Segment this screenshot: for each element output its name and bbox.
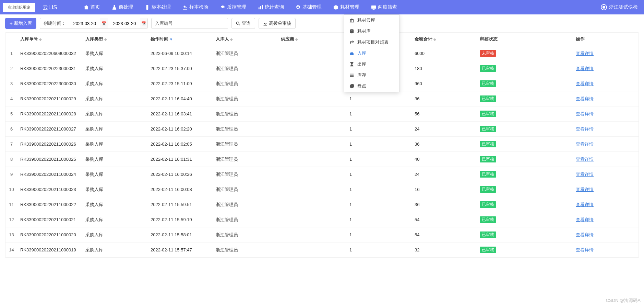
view-detail-link[interactable]: 查看详情 (576, 96, 594, 101)
main-menu: 首页前处理标本处理样本检验质控管理统计查询基础管理耗材管理两癌筛查 (78, 0, 597, 14)
view-detail-link[interactable]: 查看详情 (576, 157, 594, 162)
table-row: 4RK33900020220211000029采购入库2022-02-11 16… (5, 91, 639, 106)
cell-time: 2022-02-11 16:02:05 (148, 137, 213, 152)
pie-icon (349, 84, 354, 89)
row-index: 10 (5, 182, 17, 197)
cell-supplier (278, 242, 347, 258)
cell-time: 2022-02-11 16:04:40 (148, 91, 213, 106)
cell-qty: 1 (347, 227, 412, 242)
view-detail-link[interactable]: 查看详情 (576, 111, 594, 116)
dropdown-item-bank[interactable]: 耗材云库 (344, 15, 399, 26)
view-detail-link[interactable]: 查看详情 (576, 81, 594, 86)
calendar-icon[interactable]: 📅 (140, 18, 147, 29)
avatar-icon (601, 4, 607, 10)
cell-action: 查看详情 (573, 152, 639, 167)
dropdown-label: 出库 (357, 61, 366, 67)
cell-supplier (278, 137, 347, 152)
dropdown-item-car[interactable]: 入库 (344, 48, 399, 59)
cell-status: 已审核 (477, 122, 573, 137)
dropdown-item-pie[interactable]: 盘点 (344, 81, 399, 92)
cell-no: RK33900020220211000027 (17, 122, 83, 137)
table-row: 6RK33900020220211000027采购入库2022-02-11 16… (5, 122, 639, 137)
cell-type: 采购入库 (83, 137, 148, 152)
add-inbound-button[interactable]: + 新增入库 (5, 18, 36, 29)
cell-person: 浙江管理员 (213, 91, 278, 106)
view-detail-link[interactable]: 查看详情 (576, 202, 594, 207)
dropdown-item-list[interactable]: 库存 (344, 70, 399, 81)
view-detail-link[interactable]: 查看详情 (576, 187, 594, 192)
view-detail-link[interactable]: 查看详情 (576, 232, 594, 237)
cell-person: 浙江管理员 (213, 167, 278, 182)
nav-item-flask[interactable]: 前处理 (106, 0, 139, 14)
col-header-5[interactable]: 供应商◆ (278, 33, 347, 46)
col-header-9[interactable]: 操作 (573, 33, 639, 46)
nav-item-home[interactable]: 首页 (78, 0, 106, 14)
cell-type: 采购入库 (83, 46, 148, 61)
user-profile[interactable]: 浙江测试快检 (597, 4, 641, 10)
col-header-3[interactable]: 操作时间▼ (148, 33, 213, 46)
row-index: 9 (5, 167, 17, 182)
calendar-icon[interactable]: 📅 (100, 18, 108, 29)
cell-person: 浙江管理员 (213, 197, 278, 212)
row-index: 3 (5, 76, 17, 91)
dropdown-label: 盘点 (357, 83, 366, 89)
transfer-audit-button[interactable]: 调拨单审核 (259, 18, 296, 29)
cell-no: RK33900020220609000032 (17, 46, 83, 61)
col-header-8[interactable]: 审核状态 (477, 33, 573, 46)
row-index: 7 (5, 137, 17, 152)
nav-item-vial[interactable]: 标本处理 (139, 0, 177, 14)
view-detail-link[interactable]: 查看详情 (576, 126, 594, 132)
gear-icon (296, 5, 301, 10)
cell-amount: 40 (412, 152, 477, 167)
nav-item-gear[interactable]: 基础管理 (290, 0, 327, 14)
cell-no: RK33900020220211000021 (17, 212, 83, 227)
view-detail-link[interactable]: 查看详情 (576, 247, 594, 252)
date-to-input[interactable] (109, 18, 140, 29)
cell-status: 已审核 (477, 242, 573, 258)
query-button[interactable]: 查询 (231, 18, 255, 29)
view-detail-link[interactable]: 查看详情 (576, 66, 594, 71)
cell-qty: 1 (347, 212, 412, 227)
plus-icon: + (10, 21, 13, 26)
cell-person: 浙江管理员 (213, 182, 278, 197)
cell-status: 已审核 (477, 182, 573, 197)
nav-item-microscope[interactable]: 样本检验 (177, 0, 214, 14)
view-detail-link[interactable]: 查看详情 (576, 217, 594, 222)
date-from-input[interactable] (69, 18, 100, 29)
cell-person: 浙江管理员 (213, 152, 278, 167)
status-badge: 未审核 (480, 50, 496, 57)
search-input[interactable] (176, 18, 228, 29)
col-header-1[interactable]: 入库单号◆ (17, 33, 83, 46)
table-row: 13RK33900020220211000020采购入库2022-02-11 1… (5, 227, 639, 242)
cell-qty: 1 (347, 182, 412, 197)
dropdown-item-db[interactable]: 耗材库 (344, 26, 399, 37)
status-badge: 已审核 (480, 141, 496, 147)
row-index: 1 (5, 46, 17, 61)
view-detail-link[interactable]: 查看详情 (576, 142, 594, 147)
col-label: 操作 (576, 36, 585, 42)
cell-amount: 24 (412, 167, 477, 182)
cell-action: 查看详情 (573, 76, 639, 91)
vial-icon (145, 5, 150, 10)
view-detail-link[interactable]: 查看详情 (576, 172, 594, 177)
col-header-7[interactable]: 金额合计◆ (412, 33, 477, 46)
col-header-2[interactable]: 入库类型◆ (83, 33, 148, 46)
dropdown-item-hourglass[interactable]: 出库 (344, 59, 399, 70)
cell-amount: 32 (412, 242, 477, 258)
nav-item-screen[interactable]: 两癌筛查 (365, 0, 403, 14)
nav-label: 标本处理 (152, 4, 171, 10)
nav-item-chart[interactable]: 统计查询 (252, 0, 290, 14)
dropdown-item-swap[interactable]: 耗材项目对照表 (344, 37, 399, 48)
svg-rect-0 (258, 7, 259, 9)
swap-icon (349, 40, 354, 45)
cell-qty: 1 (347, 242, 412, 258)
table-row: 1RK33900020220609000032采购入库2022-06-09 10… (5, 46, 639, 61)
view-detail-link[interactable]: 查看详情 (576, 51, 594, 56)
nav-label: 质控管理 (227, 4, 246, 10)
nav-item-box[interactable]: 耗材管理 (327, 0, 365, 14)
col-header-4[interactable]: 入库人◆ (213, 33, 278, 46)
microscope-icon (182, 5, 188, 10)
cell-qty: 1 (347, 152, 412, 167)
status-badge: 已审核 (480, 186, 496, 193)
nav-item-dashboard[interactable]: 质控管理 (214, 0, 252, 14)
